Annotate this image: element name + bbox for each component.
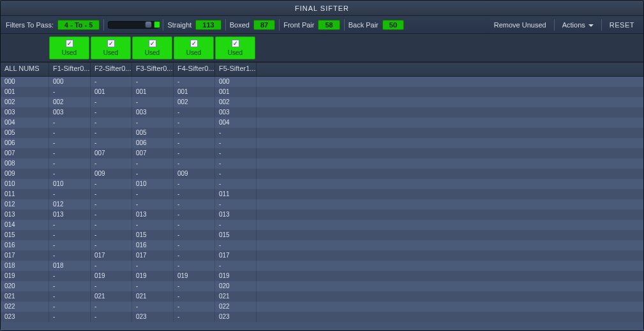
cell: - [132, 97, 174, 107]
toolbar: Filters To Pass: 4 - To - 5 Straight 113… [1, 16, 643, 34]
back-pair-value: 50 [382, 20, 404, 30]
cell: 000 [1, 77, 49, 87]
cell: - [91, 107, 132, 118]
table-row[interactable]: 020----020 [1, 281, 643, 291]
actions-menu[interactable]: Actions [558, 20, 597, 30]
checkbox-icon[interactable]: ✓ [232, 40, 239, 47]
checkbox-icon[interactable]: ✓ [66, 40, 73, 47]
cell: - [174, 199, 215, 210]
column-toggle-label: Used [228, 49, 243, 56]
table-row[interactable]: 010010-010-- [1, 179, 643, 189]
cell: 009 [91, 169, 132, 179]
separator [344, 19, 345, 31]
table-row[interactable]: 002002--002002 [1, 97, 643, 107]
cell: - [91, 230, 132, 240]
cell: 015 [132, 230, 174, 240]
filters-to-pass-value[interactable]: 4 - To - 5 [57, 20, 100, 30]
cell: - [174, 220, 215, 230]
cell: - [174, 210, 215, 220]
slider-thumb[interactable] [145, 21, 152, 28]
cell: 021 [132, 291, 174, 302]
cell: 019 [132, 271, 174, 281]
table-row[interactable]: 008----- [1, 158, 643, 169]
cell: - [132, 220, 174, 230]
cell: 011 [215, 189, 257, 199]
column-header[interactable]: F3-Sifter0... [132, 63, 174, 76]
cell: 017 [91, 250, 132, 261]
checkbox-icon[interactable]: ✓ [149, 40, 156, 47]
cell: 007 [1, 148, 49, 158]
column-toggle-2[interactable]: ✓Used [91, 36, 131, 59]
table-row[interactable]: 007-007007-- [1, 148, 643, 158]
table-row[interactable]: 022----022 [1, 302, 643, 312]
table-row[interactable]: 023--023-023 [1, 312, 643, 322]
column-header[interactable]: F2-Sifter0... [91, 63, 132, 76]
cell: 006 [132, 138, 174, 148]
grid-rows[interactable]: 000000---000001-001001001001002002--0020… [1, 77, 643, 330]
cell: 015 [1, 230, 49, 240]
column-toggle-5[interactable]: ✓Used [215, 36, 255, 59]
cell: - [132, 169, 174, 179]
cell: - [49, 312, 91, 322]
table-row[interactable]: 015--015-015 [1, 230, 643, 240]
cell: - [215, 148, 257, 158]
table-row[interactable]: 018018---- [1, 261, 643, 271]
table-row[interactable]: 019-019019019019 [1, 271, 643, 281]
slider[interactable] [108, 21, 159, 29]
reset-button[interactable]: RESET [606, 20, 638, 30]
slider-end[interactable] [154, 21, 160, 28]
checkbox-icon[interactable]: ✓ [107, 40, 115, 47]
table-row[interactable]: 006--006-- [1, 138, 643, 148]
remove-unused-button[interactable]: Remove Unused [490, 20, 550, 30]
cell: - [215, 179, 257, 189]
cell: 021 [91, 291, 132, 302]
table-row[interactable]: 000000---000 [1, 77, 643, 87]
table-row[interactable]: 017-017017-017 [1, 250, 643, 261]
cell: - [49, 220, 91, 230]
table-row[interactable]: 003003-003-003 [1, 107, 643, 118]
cell: 012 [49, 199, 91, 210]
table-row[interactable]: 001-001001001001 [1, 87, 643, 97]
cell: 001 [91, 87, 132, 97]
table-row[interactable]: 009-009-009- [1, 169, 643, 179]
column-toggle-label: Used [186, 49, 201, 56]
cell: - [91, 302, 132, 312]
cell: 004 [1, 118, 49, 128]
column-header[interactable]: F4-Sifter0... [174, 63, 215, 76]
table-row[interactable]: 013013-013-013 [1, 210, 643, 220]
column-header[interactable]: F5-Sifter1... [215, 63, 257, 76]
table-row[interactable]: 016--016-- [1, 240, 643, 250]
table-row[interactable]: 005--005-- [1, 128, 643, 138]
table-row[interactable]: 014----- [1, 220, 643, 230]
cell: - [91, 281, 132, 291]
column-toggle-label: Used [103, 49, 118, 56]
column-header[interactable]: F1-Sifter0... [49, 63, 91, 76]
checkbox-icon[interactable]: ✓ [190, 40, 198, 47]
table-row[interactable]: 021-021021-021 [1, 291, 643, 302]
column-toggle-4[interactable]: ✓Used [174, 36, 214, 59]
cell: 003 [132, 107, 174, 118]
cell: - [174, 312, 215, 322]
cell: - [49, 128, 91, 138]
separator [163, 19, 163, 31]
cell: - [132, 189, 174, 199]
table-row[interactable]: 011----011 [1, 189, 643, 199]
column-toggle-3[interactable]: ✓Used [132, 36, 172, 59]
cell: 019 [91, 271, 132, 281]
cell: 013 [1, 210, 49, 220]
cell: - [49, 148, 91, 158]
cell: - [174, 118, 215, 128]
column-header[interactable]: ALL NUMS [1, 63, 49, 76]
cell: - [49, 169, 91, 179]
column-toggle-1[interactable]: ✓Used [49, 36, 89, 59]
cell: 018 [49, 261, 91, 271]
separator [554, 19, 555, 31]
cell: - [215, 199, 257, 210]
cell: - [174, 158, 215, 169]
separator [601, 19, 602, 31]
cell: - [174, 148, 215, 158]
cell: 010 [132, 179, 174, 189]
table-row[interactable]: 012012---- [1, 199, 643, 210]
cell: 020 [215, 281, 257, 291]
table-row[interactable]: 004----004 [1, 118, 643, 128]
